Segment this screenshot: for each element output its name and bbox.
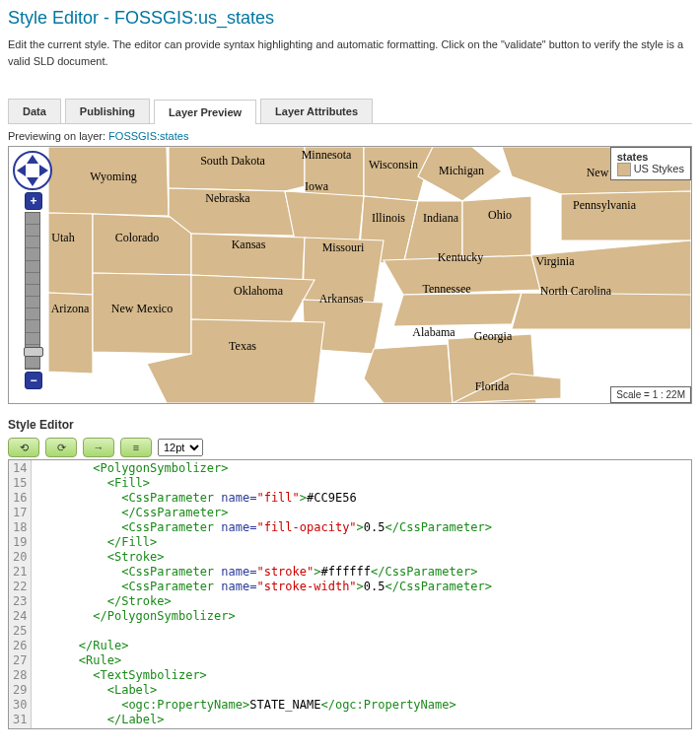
tab-layer-attributes[interactable]: Layer Attributes [260,99,373,123]
state-label: Illinois [372,211,405,226]
state-label: Utah [51,231,74,245]
page-title: Style Editor - FOSSGIS:us_states [8,8,692,29]
goto-icon: → [94,442,105,453]
state-label: Colorado [115,231,160,245]
state-label: Alabama [412,325,455,340]
map-preview[interactable]: WyomingSouth DakotaMinnesotaWisconsinMic… [8,146,692,404]
map-legend: states US Stykes [610,147,691,180]
state-label: Wisconsin [369,158,418,172]
zoom-track[interactable] [25,212,40,370]
state-label: Texas [229,339,256,354]
tab-layer-preview[interactable]: Layer Preview [154,100,256,124]
zoom-in-button[interactable]: + [25,192,42,210]
state-label: Iowa [305,179,328,194]
state-label: Nebraska [205,191,249,206]
previewing-layer-link[interactable]: FOSSGIS:states [108,130,188,142]
tab-data[interactable]: Data [8,99,61,123]
legend-swatch [617,163,631,176]
format-icon: ≡ [133,442,139,453]
state-label: Georgia [474,329,512,344]
editor-toolbar: ⟲ ⟳ → ≡ 12pt [8,436,692,459]
state-label: Virginia [535,254,574,269]
state-label: Kansas [232,238,266,252]
zoom-handle[interactable] [24,347,43,357]
state-label: Minnesota [302,148,352,163]
line-gutter: 1415161718192021222324252627282930313233… [9,460,32,728]
zoom-out-button[interactable]: − [25,372,42,389]
goto-button[interactable]: → [83,438,114,457]
state-label: Oklahoma [234,284,283,299]
state-label: Arizona [51,302,90,316]
zoom-bar: + − [25,192,40,389]
state-label: Kentucky [438,250,484,265]
state-label: Florida [475,379,510,394]
state-label: Ohio [488,208,512,223]
state-label: Tennessee [422,282,470,297]
state-label: Pennsylvania [573,198,636,213]
state-label: South Dakota [200,154,265,169]
code-area[interactable]: <PolygonSymbolizer> <Fill> <CssParameter… [32,460,495,728]
editor-heading: Style Editor [8,418,692,432]
font-size-select[interactable]: 12pt [158,439,203,456]
pan-control[interactable] [13,151,52,190]
code-editor[interactable]: 1415161718192021222324252627282930313233… [8,459,692,729]
redo-button[interactable]: ⟳ [45,438,77,457]
state-label: New Mexico [111,302,173,316]
state-label: Arkansas [319,292,364,307]
state-label: Wyoming [90,170,136,184]
state-label: North Carolina [540,284,611,299]
format-button[interactable]: ≡ [120,438,152,457]
state-label: Indiana [423,211,458,226]
undo-button[interactable]: ⟲ [8,438,39,457]
tab-bar: Data Publishing Layer Preview Layer Attr… [8,99,692,124]
map-scale: Scale = 1 : 22M [610,386,691,403]
undo-icon: ⟲ [20,442,29,454]
state-label: Michigan [439,164,484,178]
previewing-label: Previewing on layer: FOSSGIS:states [8,130,692,142]
state-label: Missouri [322,240,365,255]
page-description: Edit the current style. The editor can p… [8,36,692,69]
tab-publishing[interactable]: Publishing [65,99,150,123]
redo-icon: ⟳ [57,442,66,454]
